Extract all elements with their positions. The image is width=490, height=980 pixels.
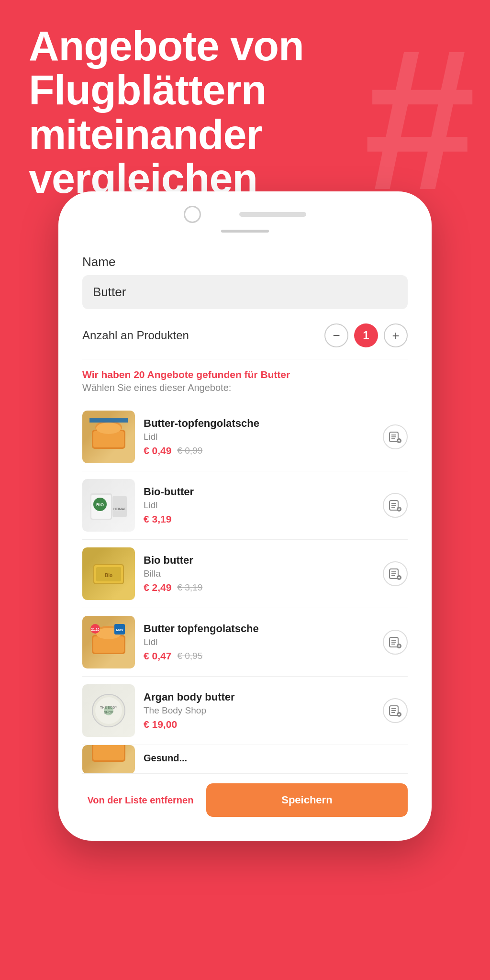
hero-title: Angebote von Flugblättern miteinander ve… xyxy=(29,24,304,201)
phone-top-bar xyxy=(68,206,422,223)
svg-text:HEIMAT: HEIMAT xyxy=(113,507,126,511)
add-to-list-button[interactable] xyxy=(383,424,408,449)
svg-rect-16 xyxy=(112,496,127,517)
svg-text:21.10: 21.10 xyxy=(91,628,100,631)
add-to-list-button[interactable] xyxy=(383,561,408,586)
product-name: Argan body butter xyxy=(144,691,374,703)
product-list: Butter-topfengolatsche Lidl € 0,49 € 0,9… xyxy=(82,403,408,774)
results-subtext: Wählen Sie eines dieser Angebote: xyxy=(82,382,408,393)
phone-camera xyxy=(184,206,201,223)
product-item: Bio Bio butter Billa € 2,49 € 3,19 xyxy=(82,540,408,608)
scroll-indicator xyxy=(221,230,269,233)
product-store: Billa xyxy=(144,568,374,579)
name-input[interactable]: Butter xyxy=(82,275,408,309)
product-prices: € 3,19 xyxy=(144,513,374,525)
save-button[interactable]: Speichern xyxy=(206,783,408,817)
bg-decoration: # xyxy=(364,19,476,220)
price-current: € 0,47 xyxy=(144,650,171,662)
product-name: Gesund... xyxy=(144,753,408,764)
product-info: Bio-butter Lidl € 3,19 xyxy=(144,486,374,525)
product-prices: € 19,00 xyxy=(144,719,374,730)
stepper-minus[interactable]: − xyxy=(324,323,348,347)
results-count: Wir haben 20 Angebote gefunden für Butte… xyxy=(82,369,408,380)
results-header: Wir haben 20 Angebote gefunden für Butte… xyxy=(82,369,408,393)
svg-text:BIO: BIO xyxy=(96,502,104,507)
product-info: Bio butter Billa € 2,49 € 3,19 xyxy=(144,554,374,593)
product-info: Butter topfengolatsche Lidl € 0,47 € 0,9… xyxy=(144,623,374,662)
stepper: − 1 + xyxy=(324,323,408,347)
phone-mockup: Name Butter Anzahl an Produkten − 1 + Wi… xyxy=(58,191,432,841)
svg-rect-64 xyxy=(93,745,124,760)
price-old: € 0,95 xyxy=(177,651,202,661)
section-divider xyxy=(82,359,408,359)
product-prices: € 0,49 € 0,99 xyxy=(144,445,374,457)
product-item: Gesund... xyxy=(82,745,408,774)
product-image xyxy=(82,411,135,463)
anzahl-label: Anzahl an Produkten xyxy=(82,329,189,342)
svg-rect-4 xyxy=(89,418,128,423)
price-old: € 3,19 xyxy=(177,582,202,593)
phone-speaker xyxy=(239,212,306,217)
product-image: THE BODY SHOP xyxy=(82,684,135,737)
product-store: Lidl xyxy=(144,637,374,647)
hero-section: Angebote von Flugblättern miteinander ve… xyxy=(29,24,304,201)
product-info: Butter-topfengolatsche Lidl € 0,49 € 0,9… xyxy=(144,417,374,457)
product-prices: € 0,47 € 0,95 xyxy=(144,650,374,662)
price-current: € 3,19 xyxy=(144,513,171,525)
svg-text:Max: Max xyxy=(116,628,123,632)
product-name: Bio-butter xyxy=(144,486,374,498)
product-name: Butter-topfengolatsche xyxy=(144,417,374,430)
anzahl-row: Anzahl an Produkten − 1 + xyxy=(82,323,408,347)
product-store: The Body Shop xyxy=(144,705,374,716)
product-item: THE BODY SHOP Argan body butter The Body… xyxy=(82,677,408,745)
add-to-list-button[interactable] xyxy=(383,630,408,655)
product-name: Bio butter xyxy=(144,554,374,567)
price-old: € 0,99 xyxy=(177,445,202,456)
product-store: Lidl xyxy=(144,500,374,511)
phone-screen: Name Butter Anzahl an Produkten − 1 + Wi… xyxy=(68,240,422,831)
add-to-list-button[interactable] xyxy=(383,698,408,723)
product-info: Gesund... xyxy=(144,753,408,766)
name-label: Name xyxy=(82,255,408,269)
stepper-count: 1 xyxy=(354,323,378,347)
bottom-actions: Von der Liste entfernen Speichern xyxy=(82,774,408,831)
product-prices: € 2,49 € 3,19 xyxy=(144,582,374,593)
price-current: € 2,49 xyxy=(144,582,171,593)
product-image: 21.10 Max xyxy=(82,616,135,668)
product-info: Argan body butter The Body Shop € 19,00 xyxy=(144,691,374,730)
stepper-plus[interactable]: + xyxy=(384,323,408,347)
svg-point-3 xyxy=(96,423,121,434)
product-image xyxy=(82,745,135,774)
product-item: 21.10 Max Butter topfengolatsche Lidl € … xyxy=(82,608,408,677)
add-to-list-button[interactable] xyxy=(383,493,408,518)
product-image: BIO HEIMAT xyxy=(82,479,135,532)
product-item: BIO HEIMAT Bio-butter Lidl € 3,19 xyxy=(82,471,408,540)
price-current: € 0,49 xyxy=(144,445,171,457)
remove-button[interactable]: Von der Liste entfernen xyxy=(82,783,199,817)
product-image: Bio xyxy=(82,547,135,600)
product-store: Lidl xyxy=(144,432,374,442)
svg-point-55 xyxy=(104,706,113,715)
svg-text:Bio: Bio xyxy=(105,573,112,578)
price-current: € 19,00 xyxy=(144,719,177,730)
product-item: Butter-topfengolatsche Lidl € 0,49 € 0,9… xyxy=(82,403,408,471)
product-name: Butter topfengolatsche xyxy=(144,623,374,635)
